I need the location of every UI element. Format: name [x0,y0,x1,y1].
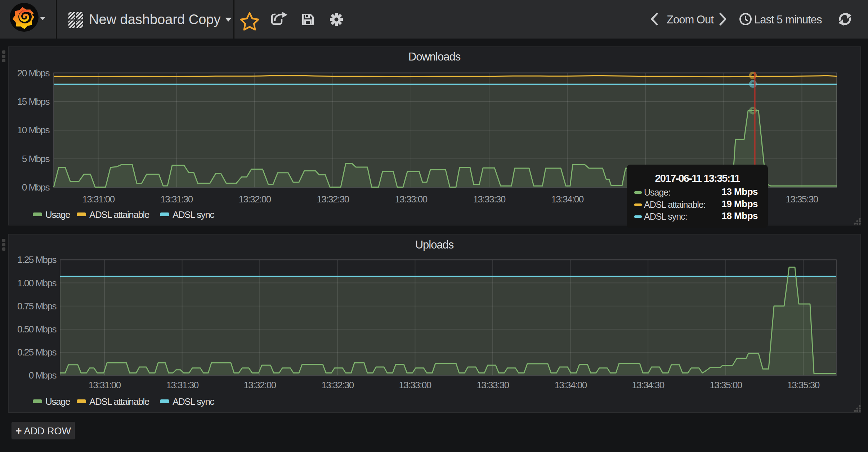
svg-text:13:33:30: 13:33:30 [473,194,505,205]
svg-text:10 Mbps: 10 Mbps [17,125,50,135]
svg-text:5 Mbps: 5 Mbps [22,153,50,164]
svg-text:0 Mbps: 0 Mbps [22,182,50,193]
svg-text:13:34:30: 13:34:30 [632,380,664,390]
svg-text:Downloads: Downloads [408,50,461,63]
svg-text:1.25 Mbps: 1.25 Mbps [17,254,57,265]
svg-text:13:35:00: 13:35:00 [710,380,742,390]
svg-text:13:31:30: 13:31:30 [166,380,198,390]
svg-text:15 Mbps: 15 Mbps [17,96,50,107]
svg-text:Usage: Usage [45,396,70,407]
svg-text:13:31:30: 13:31:30 [160,194,193,205]
svg-text:13:33:00: 13:33:00 [399,380,431,390]
svg-text:13:33:00: 13:33:00 [395,194,427,205]
svg-text:1.00 Mbps: 1.00 Mbps [17,278,57,288]
svg-text:Uploads: Uploads [415,238,454,251]
svg-text:13:31:00: 13:31:00 [88,380,121,390]
svg-text:13:35:30: 13:35:30 [786,194,818,205]
svg-text:13:34:00: 13:34:00 [551,194,583,205]
svg-text:13:32:30: 13:32:30 [321,380,354,390]
svg-text:0.50 Mbps: 0.50 Mbps [17,324,57,335]
svg-text:13:34:00: 13:34:00 [554,380,587,390]
svg-text:ADSL attainable: ADSL attainable [89,209,149,220]
svg-text:13:31:00: 13:31:00 [82,194,115,205]
svg-text:20 Mbps: 20 Mbps [17,68,50,79]
svg-text:13:32:30: 13:32:30 [317,194,349,205]
svg-text:0.25 Mbps: 0.25 Mbps [17,347,57,358]
svg-text:ADSL sync: ADSL sync [173,396,214,407]
svg-text:0 Mbps: 0 Mbps [29,370,57,381]
svg-text:Usage: Usage [45,209,70,220]
svg-text:13:35:30: 13:35:30 [787,380,819,390]
svg-text:13:32:00: 13:32:00 [243,380,276,390]
svg-text:13:33:30: 13:33:30 [476,380,509,390]
svg-text:0.75 Mbps: 0.75 Mbps [17,301,57,312]
svg-text:ADSL sync: ADSL sync [173,209,214,220]
svg-text:ADSL attainable: ADSL attainable [89,396,149,407]
svg-text:13:32:00: 13:32:00 [238,194,271,205]
